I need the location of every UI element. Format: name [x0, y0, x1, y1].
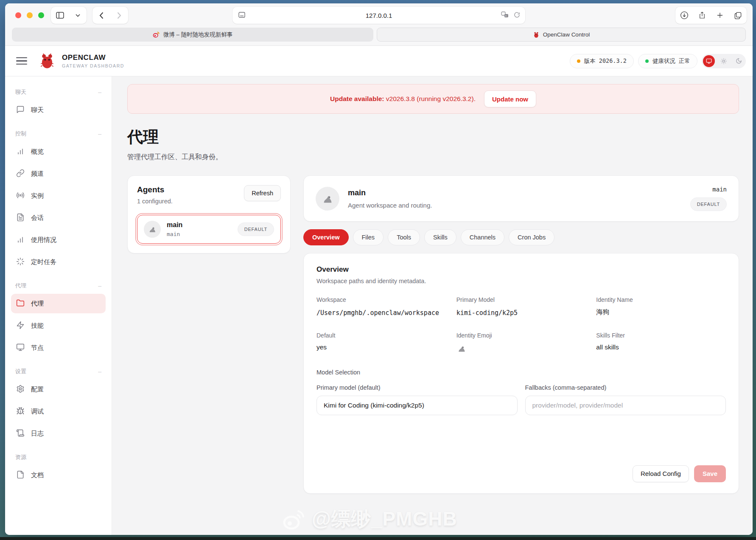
collapse-icon[interactable]: –: [98, 282, 101, 289]
overview-field: Identity Emoji: [456, 332, 586, 355]
field-value: kimi-coding/k2p5: [456, 308, 586, 318]
agent-header-card: main Agent workspace and routing. main D…: [303, 175, 739, 222]
sidebar-item-label: 频道: [31, 170, 44, 178]
menu-button[interactable]: [16, 57, 27, 65]
fallbacks-input[interactable]: [525, 396, 726, 415]
health-badge: 健康状况 正常: [638, 54, 697, 68]
overview-field: Skills Filterall skills: [596, 332, 726, 355]
page-settings-icon[interactable]: [238, 12, 245, 19]
sidebar-section: 代理–代理技能节点: [11, 282, 106, 357]
agent-avatar: [144, 221, 161, 238]
agent-name: main: [348, 188, 432, 197]
toolbar-right-group: [675, 7, 747, 24]
sidebar-item-debug[interactable]: 调试: [11, 402, 106, 421]
sidebar-item-agents[interactable]: 代理: [11, 294, 106, 313]
field-label: Workspace: [316, 296, 446, 303]
sidebar-item-nodes[interactable]: 节点: [11, 338, 106, 357]
file-text-icon: [16, 213, 25, 223]
browser-tab-label: 微博 – 随时随地发现新鲜事: [163, 31, 233, 39]
sidebar-item-docs[interactable]: 文档: [11, 465, 106, 485]
sidebar-item-sessions[interactable]: 会话: [11, 208, 106, 228]
sidebar-item-overview[interactable]: 概览: [11, 142, 106, 161]
reload-icon[interactable]: [514, 11, 520, 20]
sidebar-item-instances[interactable]: 实例: [11, 186, 106, 205]
openclaw-favicon: [533, 31, 540, 38]
field-value: /Users/pmghb/.openclaw/workspace: [316, 308, 446, 318]
file-icon: [16, 470, 25, 480]
tab-skills[interactable]: Skills: [424, 229, 456, 245]
tab-tools[interactable]: Tools: [388, 229, 420, 245]
refresh-button[interactable]: Refresh: [244, 185, 281, 201]
browser-tab-inactive[interactable]: 微博 – 随时随地发现新鲜事: [12, 28, 373, 42]
save-button[interactable]: Save: [694, 465, 726, 482]
new-tab-button[interactable]: [711, 7, 729, 24]
traffic-lights: [15, 12, 44, 18]
theme-light-button[interactable]: [718, 55, 730, 67]
agents-count: 1 configured.: [137, 198, 173, 205]
sidebar-item-skills[interactable]: 技能: [11, 316, 106, 335]
toggle-sidebar-button[interactable]: [51, 7, 69, 24]
sidebar-section-label: 控制: [15, 130, 26, 138]
sidebar-item-label: 调试: [31, 408, 44, 416]
tab-overview[interactable]: Overview: [303, 229, 349, 245]
agent-list-item-main[interactable]: main main DEFAULT: [137, 215, 281, 244]
sidebar-toggle-group: [51, 7, 87, 24]
field-label: Primary Model: [456, 296, 586, 303]
tab-cron-jobs[interactable]: Cron Jobs: [509, 229, 554, 245]
sidebar-item-config[interactable]: 配置: [11, 380, 106, 399]
collapse-icon[interactable]: –: [98, 368, 101, 375]
tab-channels[interactable]: Channels: [461, 229, 504, 245]
sidebar-item-logs[interactable]: 日志: [11, 424, 106, 443]
field-label: Identity Emoji: [456, 332, 586, 339]
sidebar-item-chat[interactable]: 聊天: [11, 100, 106, 120]
gear-icon: [16, 385, 25, 394]
zap-icon: [16, 321, 25, 331]
url-text: 127.0.0.1: [366, 12, 392, 19]
translate-icon[interactable]: x: [501, 11, 509, 19]
sidebar-section-label: 资源: [15, 453, 26, 461]
main-content: Update available: v2026.3.8 (running v20…: [112, 76, 753, 535]
downloads-button[interactable]: [675, 7, 693, 24]
collapse-icon[interactable]: –: [98, 130, 101, 137]
sidebar-item-label: 会话: [31, 214, 44, 222]
forward-button[interactable]: [110, 7, 128, 24]
browser-tab-active[interactable]: OpenClaw Control: [377, 28, 746, 42]
sidebar-item-cron[interactable]: 定时任务: [11, 252, 106, 272]
overview-field: Defaultyes: [316, 332, 446, 355]
radio-icon: [16, 191, 25, 201]
sidebar-section: 设置–配置调试日志: [11, 368, 106, 443]
sidebar-item-label: 聊天: [31, 106, 44, 114]
version-badge: 版本 2026.3.2: [570, 54, 634, 68]
close-window-button[interactable]: [15, 12, 21, 18]
zoom-window-button[interactable]: [38, 12, 44, 18]
sidebar-chevron-button[interactable]: [69, 7, 87, 24]
back-button[interactable]: [92, 7, 110, 24]
agent-item-id: main: [167, 231, 182, 237]
tab-overview-button[interactable]: [729, 7, 747, 24]
monitor-icon: [16, 343, 25, 353]
collapse-icon[interactable]: –: [98, 89, 101, 96]
update-now-button[interactable]: Update now: [484, 90, 536, 107]
seal-emoji-icon: [456, 343, 586, 355]
sidebar-item-usage[interactable]: 使用情况: [11, 230, 106, 250]
primary-model-input[interactable]: [316, 396, 518, 415]
page-subtitle: 管理代理工作区、工具和身份。: [127, 153, 739, 162]
plus-icon: [716, 11, 724, 19]
overview-fields: Workspace/Users/pmghb/.openclaw/workspac…: [316, 296, 726, 355]
minimize-window-button[interactable]: [27, 12, 33, 18]
overview-field: Identity Name海狗: [596, 296, 726, 318]
sidebar-item-channels[interactable]: 频道: [11, 164, 106, 183]
reload-config-button[interactable]: Reload Config: [633, 465, 689, 482]
chat-icon: [16, 105, 25, 115]
seal-emoji-icon: [321, 192, 334, 205]
seal-emoji-icon: [148, 225, 157, 234]
share-button[interactable]: [693, 7, 711, 24]
tab-files[interactable]: Files: [353, 229, 384, 245]
field-value: 海狗: [596, 308, 726, 317]
weibo-favicon: [153, 31, 160, 38]
sidebar-section: 聊天–聊天: [11, 88, 106, 120]
theme-dark-button[interactable]: [733, 55, 745, 67]
field-value: all skills: [596, 343, 726, 351]
address-bar[interactable]: 127.0.0.1 x: [232, 7, 525, 24]
theme-system-button[interactable]: [703, 55, 715, 67]
